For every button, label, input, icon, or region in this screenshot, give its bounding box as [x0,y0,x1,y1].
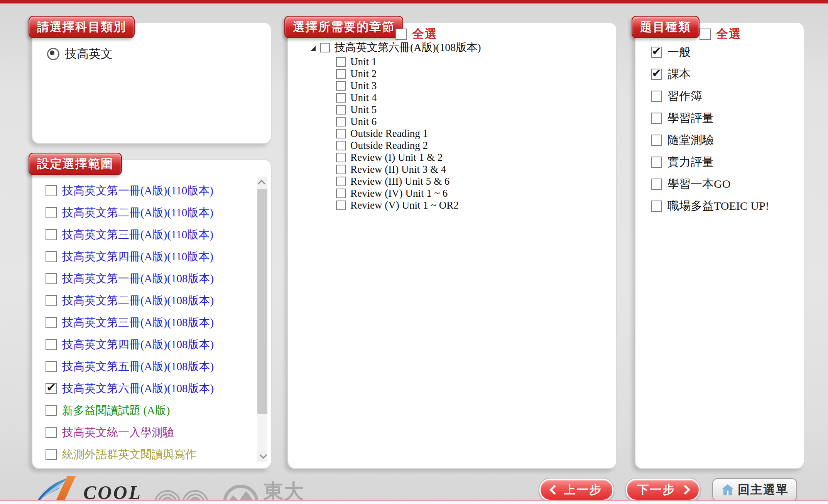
checkbox[interactable] [336,165,346,174]
type-item[interactable]: 實力評量 [651,151,804,173]
types-select-all[interactable]: 全選 [700,26,742,42]
range-item-label[interactable]: 技高英文第一冊(A版)(110版本) [62,183,213,199]
range-item-label[interactable]: 技高英文第三冊(A版)(110版本) [62,227,213,243]
type-item-label[interactable]: 學習一本GO [667,176,730,192]
checkbox[interactable] [336,153,346,162]
tree-item-label[interactable]: Review (III) Unit 5 & 6 [350,175,449,187]
range-item[interactable]: 技高英文統一入學測驗 [46,421,271,443]
checkbox[interactable] [46,339,57,350]
range-item-label[interactable]: 技高英文第六冊(A版)(108版本) [62,381,214,396]
range-item[interactable]: 技高英文第二冊(A版)(108版本) [46,290,271,312]
tree-item-label[interactable]: Review (II) Unit 3 & 4 [350,164,446,175]
checkbox[interactable] [46,383,57,394]
type-item-label[interactable]: 隨堂測驗 [667,132,714,148]
tree-item-label[interactable]: Unit 3 [350,80,377,92]
checkbox[interactable] [336,117,346,126]
checkbox[interactable] [46,207,57,218]
range-item[interactable]: 技高英文第六冊(A版)(108版本) [46,378,271,399]
type-item-label[interactable]: 學習評量 [667,110,714,126]
type-item[interactable]: 學習評量 [651,107,804,129]
tree-item-label[interactable]: Unit 6 [350,116,377,128]
checkbox[interactable] [46,251,57,262]
range-item-label[interactable]: 技高英文第五冊(A版)(108版本) [62,359,214,374]
tree-item[interactable]: Unit 5 [336,104,616,116]
tree-item-label[interactable]: Outside Reading 1 [350,128,428,140]
type-item-label[interactable]: 習作簿 [667,88,702,104]
tree-item[interactable]: Unit 6 [336,116,616,128]
checkbox[interactable] [336,201,346,210]
tree-item-label[interactable]: Unit 2 [350,68,377,80]
checkbox[interactable] [336,57,346,67]
range-item[interactable]: 新多益閱讀試題 (A版) [46,399,271,421]
range-item-label[interactable]: 技高英文第一冊(A版)(108版本) [62,271,214,287]
range-item-label[interactable]: 統測外語群英文閱讀與寫作 [62,447,196,462]
checkbox[interactable] [336,141,346,150]
tree-item-label[interactable]: Review (IV) Unit 1 ~ 6 [350,187,448,199]
range-item[interactable]: 技高英文第一冊(A版)(110版本) [46,180,271,202]
checkbox[interactable] [46,185,57,196]
tree-item[interactable]: Unit 4 [336,92,616,104]
checkbox[interactable] [46,295,57,306]
tree-item[interactable]: Unit 3 [336,80,616,92]
checkbox[interactable] [336,189,346,198]
checkbox[interactable] [651,113,662,124]
tree-item[interactable]: Unit 1 [336,56,616,68]
tree-root-label[interactable]: 技高英文第六冊(A版)(108版本) [335,40,481,55]
range-item[interactable]: 統測外語群英文閱讀與寫作 [46,443,271,465]
range-item-label[interactable]: 新多益閱讀試題 (A版) [62,403,170,418]
checkbox[interactable] [651,69,662,80]
checkbox[interactable] [336,177,346,186]
scroll-up-button[interactable] [257,177,267,189]
checkbox[interactable] [651,157,662,168]
tree-item-label[interactable]: Outside Reading 2 [350,140,428,152]
range-item[interactable]: 技高英文第三冊(A版)(110版本) [46,224,271,246]
select-all-label[interactable]: 全選 [716,26,742,42]
type-item[interactable]: 一般 [651,41,804,63]
tree-item-label[interactable]: Unit 1 [350,56,377,68]
chapters-select-all[interactable]: 全選 [395,26,438,42]
range-item-label[interactable]: 技高英文第四冊(A版)(110版本) [62,249,213,265]
range-scrollbar[interactable] [257,177,267,462]
checkbox[interactable] [46,361,57,372]
range-item-label[interactable]: 技高英文第三冊(A版)(108版本) [62,315,214,330]
type-item[interactable]: 學習一本GO [651,173,804,195]
type-item[interactable]: 課本 [651,63,804,85]
checkbox[interactable] [46,273,57,284]
checkbox[interactable] [46,427,57,438]
type-item[interactable]: 職場多益TOEIC UP! [651,195,804,217]
range-item-label[interactable]: 技高英文第二冊(A版)(108版本) [62,293,214,308]
range-item[interactable]: 技高英文第二冊(A版)(110版本) [46,202,271,224]
tree-item[interactable]: Outside Reading 2 [336,140,616,152]
tree-root[interactable]: 技高英文第六冊(A版)(108版本) [311,40,616,54]
tree-item[interactable]: Unit 2 [336,68,616,80]
subject-option-label[interactable]: 技高英文 [65,46,113,62]
tree-item[interactable]: Review (V) Unit 1 ~ OR2 [336,199,616,211]
select-all-checkbox[interactable] [700,29,711,40]
range-item[interactable]: 技高英文第五冊(A版)(108版本) [46,356,271,378]
prev-step-button[interactable]: 上一步 [539,479,613,501]
scroll-down-button[interactable] [257,450,267,462]
select-all-checkbox[interactable] [395,29,407,40]
checkbox[interactable] [651,47,662,58]
checkbox[interactable] [46,449,57,460]
type-item[interactable]: 習作簿 [651,85,804,107]
range-item[interactable]: 技高英文第四冊(A版)(108版本) [46,334,271,356]
checkbox[interactable] [46,229,57,240]
range-item-label[interactable]: 技高英文統一入學測驗 [62,425,174,440]
range-item[interactable]: 技高英文第四冊(A版)(110版本) [46,246,271,268]
tree-item[interactable]: Review (IV) Unit 1 ~ 6 [336,187,616,199]
next-step-button[interactable]: 下一步 [626,479,700,501]
subject-radio[interactable] [47,48,59,60]
checkbox[interactable] [651,201,662,212]
checkbox[interactable] [336,105,346,115]
checkbox[interactable] [46,317,57,328]
checkbox[interactable] [336,129,346,138]
tree-expander-icon[interactable] [311,46,316,51]
tree-item-label[interactable]: Review (I) Unit 1 & 2 [350,152,443,164]
tree-item[interactable]: Review (III) Unit 5 & 6 [336,175,616,187]
range-item-label[interactable]: 技高英文第四冊(A版)(108版本) [62,337,214,352]
tree-item[interactable]: Outside Reading 1 [336,128,616,140]
tree-item-label[interactable]: Review (V) Unit 1 ~ OR2 [350,199,459,211]
type-item-label[interactable]: 課本 [667,66,691,82]
checkbox[interactable] [651,135,662,146]
